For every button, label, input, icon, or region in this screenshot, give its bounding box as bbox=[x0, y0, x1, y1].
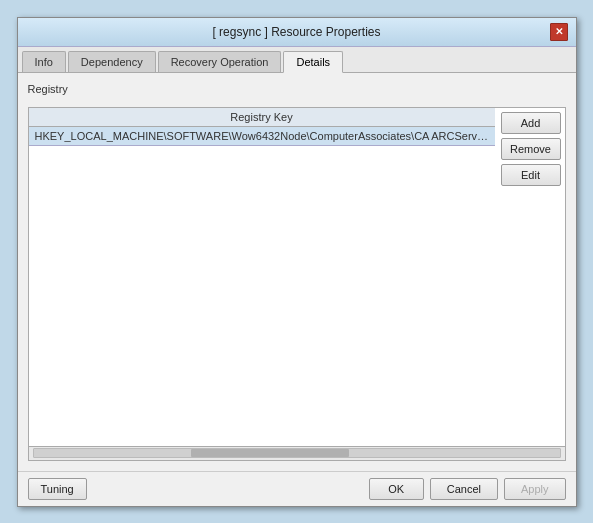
main-window: [ regsync ] Resource Properties ✕ Info D… bbox=[17, 17, 577, 507]
apply-button[interactable]: Apply bbox=[504, 478, 566, 500]
content-area: Registry Registry Key HKEY_LOCAL_MACHINE… bbox=[18, 73, 576, 471]
side-buttons: Add Remove Edit bbox=[495, 108, 565, 446]
ok-button[interactable]: OK bbox=[369, 478, 424, 500]
tab-bar: Info Dependency Recovery Operation Detai… bbox=[18, 47, 576, 73]
horizontal-scrollbar[interactable] bbox=[29, 446, 565, 460]
title-bar: [ regsync ] Resource Properties ✕ bbox=[18, 18, 576, 47]
tab-info[interactable]: Info bbox=[22, 51, 66, 72]
table-row[interactable]: HKEY_LOCAL_MACHINE\SOFTWARE\Wow6432Node\… bbox=[29, 127, 495, 146]
tab-recovery-operation[interactable]: Recovery Operation bbox=[158, 51, 282, 72]
close-button[interactable]: ✕ bbox=[550, 23, 568, 41]
scrollbar-thumb bbox=[191, 449, 349, 457]
table-body: HKEY_LOCAL_MACHINE\SOFTWARE\Wow6432Node\… bbox=[29, 127, 495, 446]
registry-inner: Registry Key HKEY_LOCAL_MACHINE\SOFTWARE… bbox=[29, 108, 565, 446]
registry-table: Registry Key HKEY_LOCAL_MACHINE\SOFTWARE… bbox=[29, 108, 495, 446]
bottom-bar: Tuning OK Cancel Apply bbox=[18, 471, 576, 506]
window-title: [ regsync ] Resource Properties bbox=[44, 25, 550, 39]
tuning-button[interactable]: Tuning bbox=[28, 478, 87, 500]
scrollbar-track bbox=[33, 448, 561, 458]
tab-dependency[interactable]: Dependency bbox=[68, 51, 156, 72]
tab-details[interactable]: Details bbox=[283, 51, 343, 73]
table-header: Registry Key bbox=[29, 108, 495, 127]
edit-button[interactable]: Edit bbox=[501, 164, 561, 186]
registry-section: Registry Key HKEY_LOCAL_MACHINE\SOFTWARE… bbox=[28, 107, 566, 461]
remove-button[interactable]: Remove bbox=[501, 138, 561, 160]
section-label: Registry bbox=[28, 83, 566, 95]
bottom-right-buttons: OK Cancel Apply bbox=[369, 478, 566, 500]
add-button[interactable]: Add bbox=[501, 112, 561, 134]
cancel-button[interactable]: Cancel bbox=[430, 478, 498, 500]
